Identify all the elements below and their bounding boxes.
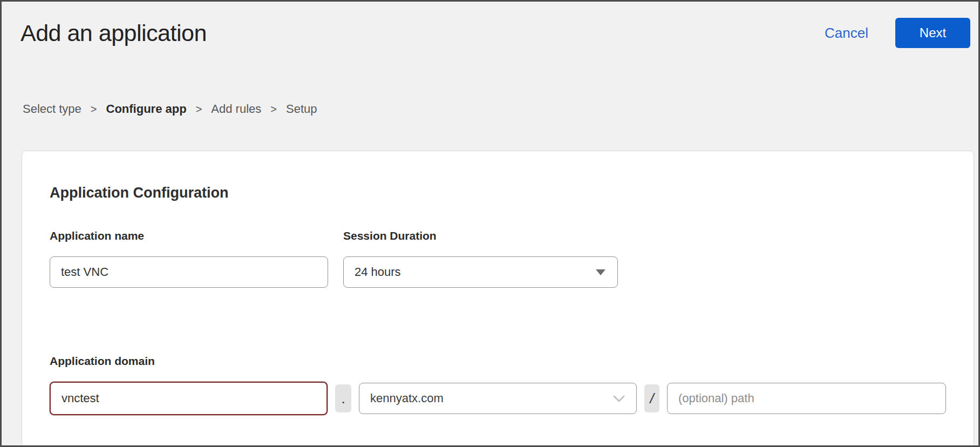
step-select-type[interactable]: Select type (23, 102, 81, 116)
step-setup[interactable]: Setup (286, 102, 317, 116)
path-input[interactable] (667, 383, 946, 414)
breadcrumb-separator: > (196, 103, 202, 116)
step-add-rules[interactable]: Add rules (211, 102, 261, 116)
application-name-input[interactable] (50, 256, 328, 288)
subdomain-input[interactable] (50, 382, 328, 415)
breadcrumb-separator: > (270, 103, 277, 116)
breadcrumb: Select type > Configure app > Add rules … (23, 102, 978, 116)
session-duration-select[interactable]: 24 hours (343, 256, 618, 288)
application-domain-field: Application domain . kennyatx.com / (50, 355, 946, 415)
section-title: Application Configuration (50, 185, 946, 201)
chevron-down-icon (612, 395, 625, 403)
application-name-label: Application name (50, 229, 328, 242)
page-header: Add an application Cancel Next (2, 2, 978, 48)
dropdown-arrow-icon (596, 269, 605, 275)
application-domain-label: Application domain (50, 355, 946, 368)
next-button[interactable]: Next (895, 18, 970, 48)
application-domain-row: . kennyatx.com / (50, 382, 946, 415)
domain-select[interactable]: kennyatx.com (359, 383, 637, 414)
cancel-button[interactable]: Cancel (825, 25, 868, 42)
slash-separator: / (644, 384, 659, 412)
session-duration-label: Session Duration (343, 229, 618, 242)
breadcrumb-separator: > (91, 103, 97, 116)
name-duration-row: Application name Session Duration 24 hou… (50, 229, 946, 288)
application-configuration-card: Application Configuration Application na… (22, 151, 974, 447)
page-title: Add an application (21, 20, 207, 46)
session-duration-field: Session Duration 24 hours (343, 229, 618, 288)
domain-select-value: kennyatx.com (370, 391, 444, 405)
step-configure-app[interactable]: Configure app (106, 102, 187, 116)
header-actions: Cancel Next (825, 18, 970, 48)
dot-separator: . (335, 384, 351, 412)
application-name-field: Application name (50, 229, 328, 288)
session-duration-value: 24 hours (355, 265, 401, 279)
